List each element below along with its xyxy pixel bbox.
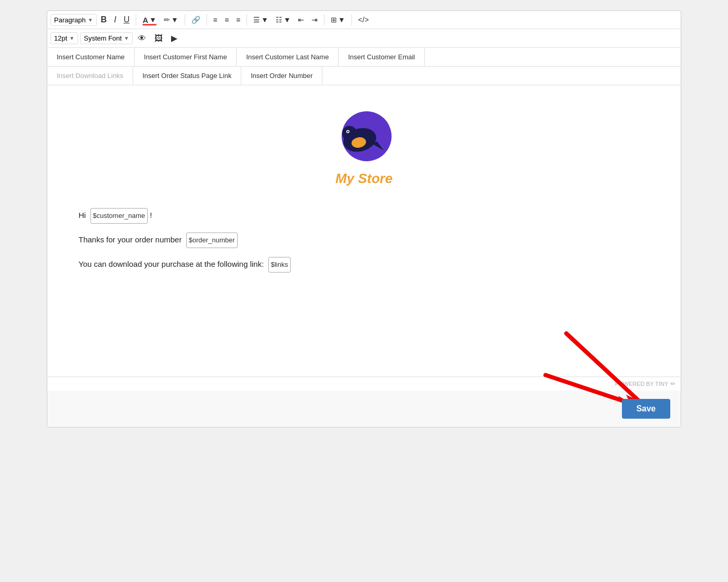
indent-button[interactable]: ⇥ (308, 14, 321, 26)
align-center-button[interactable]: ≡ (222, 14, 232, 26)
insert-row-1: Insert Customer Name Insert Customer Fir… (47, 48, 681, 67)
download-line: You can download your purchase at the fo… (79, 256, 649, 273)
store-name: My Store (79, 171, 649, 187)
font-caret: ▼ (124, 35, 129, 41)
customer-name-variable[interactable]: $customer_name (90, 208, 148, 224)
insert-toolbar: Insert Customer Name Insert Customer Fir… (47, 48, 681, 85)
editor-content: My Store Hi $customer_name ! Thanks for … (47, 85, 681, 377)
code-icon: </> (358, 16, 369, 24)
highlight-icon: ✏ (164, 16, 170, 24)
insert-order-number-button[interactable]: Insert Order Number (241, 67, 322, 85)
eye-icon: 👁 (138, 34, 146, 43)
link-button[interactable]: 🔗 (188, 14, 203, 26)
greeting-prefix: Hi (79, 211, 86, 219)
font-label: System Font (84, 34, 122, 42)
pencil-icon: ✏ (670, 380, 675, 387)
divider5 (324, 14, 324, 25)
toolbar-row2: 12pt ▼ System Font ▼ 👁 🖼 ▶ (47, 29, 681, 48)
toolbar-row1: Paragraph ▼ B I U A ▼ ✏ ▼ 🔗 ≡ ≡ (47, 11, 681, 29)
preview-button[interactable]: 👁 (135, 32, 149, 45)
greeting-line: Hi $customer_name ! (79, 208, 649, 224)
editor-wrapper: Paragraph ▼ B I U A ▼ ✏ ▼ 🔗 ≡ ≡ (47, 10, 681, 428)
order-number-variable[interactable]: $order_number (186, 232, 238, 248)
powered-by-text: POWERED BY TINY (615, 381, 668, 387)
outdent-icon: ⇤ (298, 16, 304, 24)
italic-button[interactable]: I (111, 13, 119, 27)
align-right-icon: ≡ (236, 16, 240, 24)
table-button[interactable]: ⊞ ▼ (328, 14, 348, 26)
underline-button[interactable]: U (121, 13, 133, 27)
align-center-icon: ≡ (225, 16, 229, 24)
code-button[interactable]: </> (355, 14, 372, 26)
bold-button[interactable]: B (98, 13, 110, 27)
insert-customer-name-button[interactable]: Insert Customer Name (47, 48, 135, 66)
table-icon: ⊞ (331, 16, 337, 24)
insert-media-button[interactable]: ▶ (168, 31, 180, 45)
insert-row-2: Insert Download Links Insert Order Statu… (47, 67, 681, 85)
divider6 (352, 14, 352, 25)
divider2 (185, 14, 185, 25)
align-left-icon: ≡ (213, 16, 217, 24)
text-color-icon: A (142, 16, 148, 24)
insert-download-links-button[interactable]: Insert Download Links (47, 67, 133, 85)
editor-footer: POWERED BY TINY ✏ (47, 377, 681, 391)
fontsize-label: 12pt (54, 34, 67, 42)
store-logo (322, 106, 406, 169)
logo-area: My Store (79, 106, 649, 187)
paragraph-label: Paragraph (54, 16, 86, 24)
order-line: Thanks for your order number $order_numb… (79, 232, 649, 248)
insert-order-status-page-link-button[interactable]: Insert Order Status Page Link (133, 67, 241, 85)
align-right-button[interactable]: ≡ (233, 14, 243, 26)
align-left-button[interactable]: ≡ (210, 14, 220, 26)
image-icon: 🖼 (154, 34, 163, 43)
divider4 (246, 14, 247, 25)
save-button[interactable]: Save (622, 399, 670, 419)
svg-point-5 (347, 131, 349, 133)
color-bar (142, 24, 157, 25)
bullet-list-icon: ☰ (253, 16, 260, 24)
email-body[interactable]: Hi $customer_name ! Thanks for your orde… (79, 208, 649, 273)
numbered-list-button[interactable]: ☷ ▼ (272, 14, 294, 26)
numbered-list-icon: ☷ (276, 16, 282, 24)
download-links-variable[interactable]: $links (268, 257, 291, 273)
play-icon: ▶ (171, 33, 177, 43)
fontsize-select[interactable]: 12pt ▼ (50, 32, 78, 44)
insert-customer-first-name-button[interactable]: Insert Customer First Name (135, 48, 237, 66)
bullet-list-button[interactable]: ☰ ▼ (250, 14, 271, 26)
paragraph-select[interactable]: Paragraph ▼ (50, 14, 97, 26)
order-prefix: Thanks for your order number (79, 235, 181, 244)
highlight-button[interactable]: ✏ ▼ (161, 14, 181, 26)
greeting-suffix: ! (150, 211, 152, 219)
text-color-button[interactable]: A ▼ (139, 14, 160, 27)
divider (136, 14, 136, 25)
divider3 (206, 14, 207, 25)
insert-customer-email-button[interactable]: Insert Customer Email (339, 48, 425, 66)
save-area: Save (47, 391, 681, 427)
indent-icon: ⇥ (311, 16, 318, 24)
outdent-button[interactable]: ⇤ (295, 14, 307, 26)
download-prefix: You can download your purchase at the fo… (79, 260, 264, 268)
link-icon: 🔗 (191, 16, 200, 24)
fontsize-caret: ▼ (69, 35, 74, 41)
insert-image-button[interactable]: 🖼 (151, 32, 166, 45)
insert-customer-last-name-button[interactable]: Insert Customer Last Name (237, 48, 339, 66)
font-select[interactable]: System Font ▼ (80, 32, 133, 44)
paragraph-caret: ▼ (88, 17, 93, 23)
